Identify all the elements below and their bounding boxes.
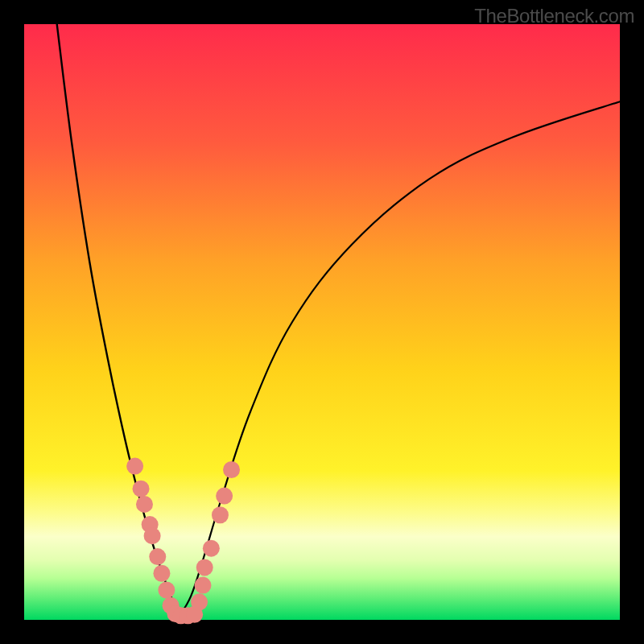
outer-frame: TheBottleneck.com [0,0,644,644]
data-dot [216,488,233,505]
data-dot [126,458,143,475]
data-dot [153,565,170,582]
data-dot [223,461,240,478]
curve-layer [24,24,620,620]
plot-area [24,24,620,620]
data-dot [136,496,153,513]
data-dot [133,481,150,497]
data-dot [196,559,213,576]
data-dot [191,593,208,610]
dot-cluster [126,458,240,625]
watermark-text: TheBottleneck.com [474,5,634,27]
data-dot [158,582,175,599]
data-dot [203,540,220,557]
data-dot [195,577,212,594]
data-dot [149,548,166,565]
curve-right-branch [179,101,620,617]
data-dot [144,527,161,544]
data-dot [212,506,229,523]
curve-left-branch [57,24,180,617]
